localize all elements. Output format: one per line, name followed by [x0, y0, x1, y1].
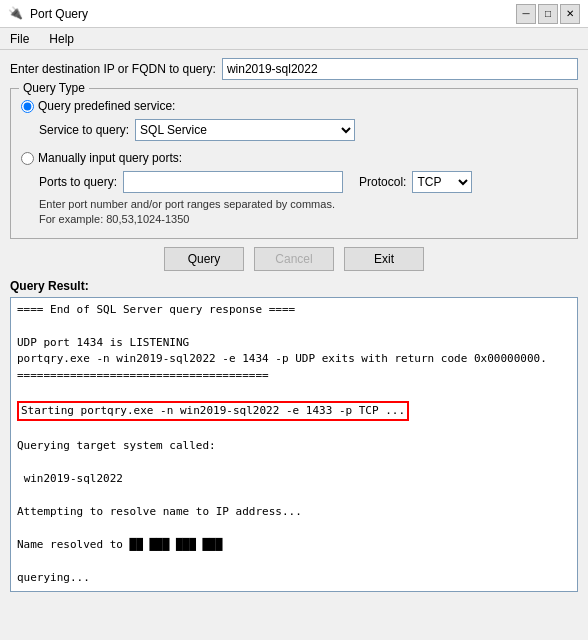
- result-line: ==== End of SQL Server query response ==…: [17, 302, 571, 319]
- result-line: win2019-sql2022: [17, 471, 571, 488]
- menu-file[interactable]: File: [4, 30, 35, 48]
- ports-input[interactable]: [123, 171, 343, 193]
- result-line: ======================================: [17, 368, 571, 385]
- ports-row: Ports to query: Protocol: TCP UDP Both: [39, 171, 567, 193]
- result-line: [17, 520, 571, 537]
- predefined-radio[interactable]: [21, 100, 34, 113]
- cancel-button[interactable]: Cancel: [254, 247, 334, 271]
- window-title: Port Query: [30, 7, 88, 21]
- query-button[interactable]: Query: [164, 247, 244, 271]
- result-line: Attempting to resolve name to IP address…: [17, 504, 571, 521]
- result-label: Query Result:: [10, 279, 578, 293]
- result-line: [17, 454, 571, 471]
- result-line: [17, 586, 571, 592]
- exit-button[interactable]: Exit: [344, 247, 424, 271]
- manual-radio[interactable]: [21, 152, 34, 165]
- service-select[interactable]: SQL Service DNS Service FTP Service HTTP…: [135, 119, 355, 141]
- maximize-button[interactable]: □: [538, 4, 558, 24]
- query-type-group: Query Type Query predefined service: Ser…: [10, 88, 578, 239]
- query-type-title: Query Type: [19, 81, 89, 95]
- service-label: Service to query:: [39, 123, 129, 137]
- buttons-row: Query Cancel Exit: [10, 247, 578, 271]
- manual-label: Manually input query ports:: [38, 151, 182, 165]
- service-row: Service to query: SQL Service DNS Servic…: [39, 119, 567, 141]
- menu-bar: File Help: [0, 28, 588, 50]
- hint-line1: Enter port number and/or port ranges sep…: [39, 197, 567, 212]
- app-icon: 🔌: [8, 6, 24, 22]
- title-bar-controls: ─ □ ✕: [516, 4, 580, 24]
- close-button[interactable]: ✕: [560, 4, 580, 24]
- predefined-label: Query predefined service:: [38, 99, 175, 113]
- hint-line2: For example: 80,53,1024-1350: [39, 212, 567, 227]
- hint-text: Enter port number and/or port ranges sep…: [39, 197, 567, 228]
- result-line: [17, 553, 571, 570]
- main-content: Enter destination IP or FQDN to query: Q…: [0, 50, 588, 600]
- title-bar-left: 🔌 Port Query: [8, 6, 88, 22]
- menu-help[interactable]: Help: [43, 30, 80, 48]
- destination-label: Enter destination IP or FQDN to query:: [10, 62, 216, 76]
- protocol-label: Protocol:: [359, 175, 406, 189]
- result-line: querying...: [17, 570, 571, 587]
- minimize-button[interactable]: ─: [516, 4, 536, 24]
- result-line: Querying target system called:: [17, 438, 571, 455]
- manual-radio-row: Manually input query ports:: [21, 151, 567, 165]
- protocol-select[interactable]: TCP UDP Both: [412, 171, 472, 193]
- destination-input[interactable]: [222, 58, 578, 80]
- result-box[interactable]: ==== End of SQL Server query response ==…: [10, 297, 578, 592]
- title-bar: 🔌 Port Query ─ □ ✕: [0, 0, 588, 28]
- ports-label: Ports to query:: [39, 175, 117, 189]
- result-line: Starting portqry.exe -n win2019-sql2022 …: [17, 401, 571, 422]
- result-line: [17, 384, 571, 401]
- result-line: Name resolved to ██ ███ ███ ███: [17, 537, 571, 554]
- result-line: [17, 421, 571, 438]
- predefined-radio-row: Query predefined service:: [21, 99, 567, 113]
- result-line: UDP port 1434 is LISTENING: [17, 335, 571, 352]
- result-line: [17, 487, 571, 504]
- result-line: [17, 318, 571, 335]
- destination-row: Enter destination IP or FQDN to query:: [10, 58, 578, 80]
- result-line: portqry.exe -n win2019-sql2022 -e 1434 -…: [17, 351, 571, 368]
